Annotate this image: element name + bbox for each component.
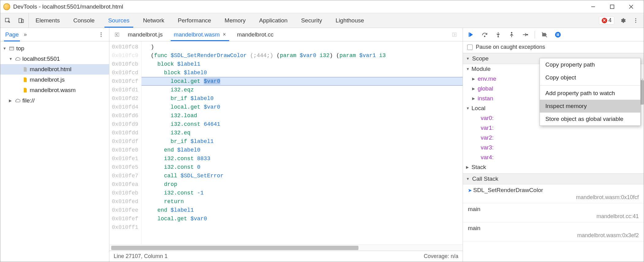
window-minimize-button[interactable] <box>584 1 603 13</box>
panel-tab-security[interactable]: Security <box>294 13 329 28</box>
pause-on-caught-row[interactable]: Pause on caught exceptions <box>463 41 644 53</box>
tree-file-html[interactable]: mandelbrot.html <box>0 64 109 75</box>
editor-code[interactable]: ) (func $SDL_SetRenderDrawColor (;444;) … <box>142 41 463 245</box>
deactivate-breakpoints-button[interactable] <box>540 30 549 39</box>
svg-point-8 <box>100 34 101 35</box>
context-menu-item[interactable]: Store object as global variable <box>540 113 640 125</box>
window-title: DevTools - localhost:5501/mandelbrot.htm… <box>13 3 123 10</box>
resume-button[interactable] <box>467 30 476 39</box>
navigator-pane: Page » ▼ top ▼ localhost:5501 mandelbrot… <box>0 28 109 262</box>
callstack-section-header[interactable]: ▼Call Stack <box>463 173 644 184</box>
window-titlebar: DevTools - localhost:5501/mandelbrot.htm… <box>0 0 644 13</box>
editor-tab[interactable]: mandelbrot.js <box>122 28 168 41</box>
navigator-kebab-icon[interactable] <box>97 30 105 39</box>
context-menu: Copy property pathCopy objectAdd propert… <box>540 58 641 126</box>
editor-tab[interactable]: mandelbrot.cc <box>232 28 279 41</box>
device-toggle-icon[interactable] <box>17 16 25 25</box>
step-button[interactable] <box>521 30 530 39</box>
tree-file-wasm[interactable]: mandelbrot.wasm <box>0 85 109 95</box>
file-icon <box>22 87 28 93</box>
editor-history-fwd[interactable] <box>449 32 460 37</box>
svg-point-7 <box>100 32 101 33</box>
panel-tabs: ElementsConsoleSourcesNetworkPerformance… <box>29 13 371 28</box>
panel-tab-lighthouse[interactable]: Lighthouse <box>329 13 371 28</box>
inspect-element-icon[interactable] <box>3 16 12 25</box>
error-icon: ✕ <box>602 18 607 23</box>
close-tab-icon[interactable]: × <box>223 31 226 38</box>
coverage-status: Coverage: n/a <box>424 253 458 260</box>
step-into-button[interactable] <box>494 30 503 39</box>
cursor-position: Line 27107, Column 1 <box>114 253 168 260</box>
panel-tab-network[interactable]: Network <box>136 13 171 28</box>
editor-horizontal-scrollbar[interactable] <box>109 245 463 251</box>
svg-rect-11 <box>115 33 119 37</box>
kebab-menu-icon[interactable] <box>631 16 640 25</box>
callstack-frame[interactable]: mainmandelbrot.wasm:0x3ef2 <box>463 222 644 241</box>
window-frame-icon <box>9 46 14 51</box>
cloud-icon <box>15 98 21 103</box>
pause-caught-label: Pause on caught exceptions <box>476 44 545 50</box>
scope-stack-header[interactable]: ▶Stack <box>463 162 644 172</box>
error-count: 4 <box>608 17 612 24</box>
panel-tab-application[interactable]: Application <box>252 13 294 28</box>
svg-rect-10 <box>9 47 14 50</box>
debugger-pane: Pause on caught exceptions ▼Scope ▼Modul… <box>463 28 644 262</box>
panel-tab-elements[interactable]: Elements <box>29 13 66 28</box>
svg-point-6 <box>635 22 636 23</box>
error-count-badge[interactable]: ✕ 4 <box>599 16 614 25</box>
panel-tab-sources[interactable]: Sources <box>101 13 136 28</box>
panel-tab-console[interactable]: Console <box>66 13 101 28</box>
file-icon <box>22 77 28 83</box>
editor-tabs: mandelbrot.jsmandelbrot.wasm×mandelbrot.… <box>109 28 463 41</box>
svg-point-16 <box>511 32 512 33</box>
tree-file-js[interactable]: mandelbrot.js <box>0 75 109 85</box>
navigator-more-tabs[interactable]: » <box>24 31 27 38</box>
scope-local-item[interactable]: var3: <box>463 143 644 152</box>
editor-gutter: 0x010fc80x010fc90x010fcb0x010fcd0x010fcf… <box>109 41 142 245</box>
panel-tab-memory[interactable]: Memory <box>218 13 252 28</box>
context-menu-item[interactable]: Inspect memory <box>540 100 640 113</box>
svg-rect-19 <box>557 33 558 36</box>
pause-on-exceptions-button[interactable] <box>553 30 563 39</box>
tree-node-host[interactable]: ▼ localhost:5501 <box>0 54 109 64</box>
context-menu-item[interactable]: Copy property path <box>540 58 640 71</box>
editor-tab[interactable]: mandelbrot.wasm× <box>168 28 231 41</box>
window-maximize-button[interactable] <box>603 1 622 13</box>
svg-point-17 <box>527 34 528 35</box>
scope-local-item[interactable]: var2: <box>463 133 644 143</box>
tree-node-top[interactable]: ▼ top <box>0 43 109 54</box>
file-tree: ▼ top ▼ localhost:5501 mandelbrot.html m… <box>0 41 109 108</box>
panel-tab-performance[interactable]: Performance <box>171 13 218 28</box>
svg-point-18 <box>555 32 561 37</box>
svg-point-15 <box>498 36 499 37</box>
context-menu-item[interactable]: Copy object <box>540 71 640 84</box>
step-over-button[interactable] <box>480 30 489 39</box>
svg-point-14 <box>484 36 485 37</box>
svg-rect-0 <box>610 5 614 9</box>
svg-point-4 <box>635 18 636 19</box>
window-close-button[interactable] <box>622 1 641 13</box>
step-out-button[interactable] <box>507 30 516 39</box>
tree-node-file-scheme[interactable]: ▶ file:// <box>0 95 109 106</box>
main-toolbar: ElementsConsoleSourcesNetworkPerformance… <box>0 13 644 28</box>
editor-statusbar: Line 27107, Column 1 Coverage: n/a <box>109 251 463 262</box>
navigator-tab-page[interactable]: Page <box>4 28 20 41</box>
editor-history-back[interactable] <box>112 28 122 41</box>
cloud-icon <box>15 56 21 62</box>
svg-rect-13 <box>469 32 469 37</box>
svg-rect-12 <box>453 33 456 37</box>
source-editor-pane: mandelbrot.jsmandelbrot.wasm×mandelbrot.… <box>109 28 463 262</box>
settings-gear-icon[interactable] <box>619 16 627 25</box>
callstack-frame[interactable]: SDL_SetRenderDrawColormandelbrot.wasm:0x… <box>463 184 644 203</box>
callstack-frame[interactable]: mainmandelbrot.cc:41 <box>463 203 644 222</box>
context-menu-item[interactable]: Add property path to watch <box>540 87 640 100</box>
file-icon <box>22 67 28 72</box>
debugger-toolbar <box>463 28 644 41</box>
svg-point-9 <box>100 36 101 37</box>
callstack-list: SDL_SetRenderDrawColormandelbrot.wasm:0x… <box>463 184 644 241</box>
svg-point-5 <box>635 20 636 21</box>
scope-local-item[interactable]: var4: <box>463 152 644 162</box>
pause-caught-checkbox[interactable] <box>467 44 473 50</box>
devtools-app-icon <box>3 3 10 10</box>
svg-rect-20 <box>558 33 559 36</box>
